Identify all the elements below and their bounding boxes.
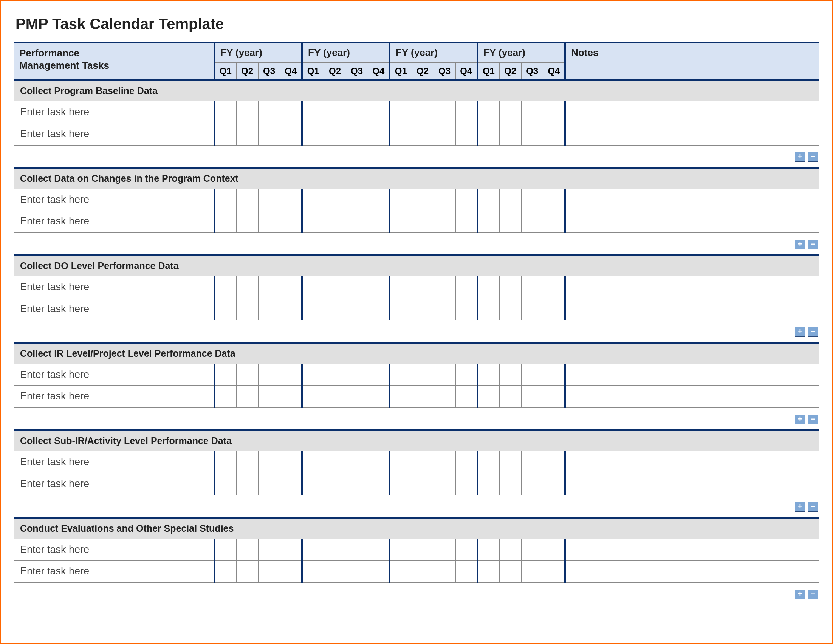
quarter-cell[interactable]: [434, 364, 455, 385]
quarter-cell[interactable]: [434, 538, 455, 560]
quarter-cell[interactable]: [368, 538, 390, 560]
quarter-cell[interactable]: [280, 473, 302, 495]
quarter-cell[interactable]: [214, 189, 236, 210]
quarter-cell[interactable]: [324, 538, 346, 560]
quarter-cell[interactable]: [214, 473, 236, 495]
quarter-cell[interactable]: [324, 385, 346, 408]
notes-cell[interactable]: [565, 276, 819, 298]
quarter-cell[interactable]: [412, 385, 434, 408]
quarter-cell[interactable]: [412, 364, 434, 385]
quarter-cell[interactable]: [478, 451, 499, 473]
quarter-cell[interactable]: [214, 364, 236, 385]
quarter-cell[interactable]: [434, 276, 455, 298]
quarter-cell[interactable]: [478, 210, 499, 233]
quarter-cell[interactable]: [390, 560, 412, 582]
quarter-cell[interactable]: [499, 298, 521, 320]
quarter-cell[interactable]: [302, 385, 324, 408]
quarter-cell[interactable]: [455, 189, 478, 210]
quarter-cell[interactable]: [280, 189, 302, 210]
remove-row-button[interactable]: −: [808, 239, 818, 249]
quarter-cell[interactable]: [499, 189, 521, 210]
quarter-cell[interactable]: [543, 560, 565, 582]
quarter-cell[interactable]: [478, 276, 499, 298]
notes-cell[interactable]: [565, 385, 819, 408]
quarter-cell[interactable]: [412, 189, 434, 210]
quarter-cell[interactable]: [324, 560, 346, 582]
quarter-cell[interactable]: [390, 101, 412, 123]
task-input[interactable]: Enter task here: [14, 385, 214, 408]
notes-cell[interactable]: [565, 560, 819, 582]
quarter-cell[interactable]: [455, 385, 478, 408]
add-row-button[interactable]: +: [795, 327, 806, 337]
quarter-cell[interactable]: [390, 451, 412, 473]
quarter-cell[interactable]: [214, 385, 236, 408]
quarter-cell[interactable]: [499, 451, 521, 473]
quarter-cell[interactable]: [346, 298, 368, 320]
quarter-cell[interactable]: [412, 473, 434, 495]
quarter-cell[interactable]: [434, 123, 455, 145]
quarter-cell[interactable]: [478, 364, 499, 385]
quarter-cell[interactable]: [214, 123, 236, 145]
quarter-cell[interactable]: [258, 189, 280, 210]
quarter-cell[interactable]: [390, 210, 412, 233]
notes-cell[interactable]: [565, 298, 819, 320]
quarter-cell[interactable]: [258, 364, 280, 385]
quarter-cell[interactable]: [412, 210, 434, 233]
quarter-cell[interactable]: [258, 210, 280, 233]
task-input[interactable]: Enter task here: [14, 364, 214, 385]
quarter-cell[interactable]: [258, 385, 280, 408]
quarter-cell[interactable]: [214, 298, 236, 320]
quarter-cell[interactable]: [368, 123, 390, 145]
quarter-cell[interactable]: [302, 473, 324, 495]
quarter-cell[interactable]: [412, 101, 434, 123]
quarter-cell[interactable]: [302, 451, 324, 473]
quarter-cell[interactable]: [499, 364, 521, 385]
quarter-cell[interactable]: [280, 123, 302, 145]
quarter-cell[interactable]: [324, 123, 346, 145]
quarter-cell[interactable]: [368, 298, 390, 320]
remove-row-button[interactable]: −: [808, 327, 818, 337]
quarter-cell[interactable]: [499, 101, 521, 123]
quarter-cell[interactable]: [280, 538, 302, 560]
quarter-cell[interactable]: [499, 210, 521, 233]
quarter-cell[interactable]: [324, 276, 346, 298]
quarter-cell[interactable]: [521, 385, 543, 408]
quarter-cell[interactable]: [280, 560, 302, 582]
quarter-cell[interactable]: [478, 101, 499, 123]
task-input[interactable]: Enter task here: [14, 189, 214, 210]
quarter-cell[interactable]: [258, 451, 280, 473]
task-input[interactable]: Enter task here: [14, 538, 214, 560]
quarter-cell[interactable]: [521, 123, 543, 145]
quarter-cell[interactable]: [236, 538, 258, 560]
quarter-cell[interactable]: [236, 101, 258, 123]
quarter-cell[interactable]: [521, 538, 543, 560]
quarter-cell[interactable]: [258, 298, 280, 320]
quarter-cell[interactable]: [455, 560, 478, 582]
quarter-cell[interactable]: [368, 451, 390, 473]
quarter-cell[interactable]: [236, 298, 258, 320]
quarter-cell[interactable]: [478, 123, 499, 145]
quarter-cell[interactable]: [302, 210, 324, 233]
quarter-cell[interactable]: [478, 538, 499, 560]
quarter-cell[interactable]: [302, 560, 324, 582]
quarter-cell[interactable]: [280, 276, 302, 298]
quarter-cell[interactable]: [324, 189, 346, 210]
quarter-cell[interactable]: [521, 560, 543, 582]
quarter-cell[interactable]: [434, 101, 455, 123]
quarter-cell[interactable]: [258, 276, 280, 298]
quarter-cell[interactable]: [368, 210, 390, 233]
notes-cell[interactable]: [565, 473, 819, 495]
quarter-cell[interactable]: [521, 210, 543, 233]
quarter-cell[interactable]: [346, 385, 368, 408]
quarter-cell[interactable]: [455, 364, 478, 385]
add-row-button[interactable]: +: [795, 152, 806, 162]
quarter-cell[interactable]: [412, 123, 434, 145]
quarter-cell[interactable]: [521, 101, 543, 123]
quarter-cell[interactable]: [543, 364, 565, 385]
quarter-cell[interactable]: [346, 276, 368, 298]
quarter-cell[interactable]: [499, 473, 521, 495]
quarter-cell[interactable]: [521, 298, 543, 320]
quarter-cell[interactable]: [368, 385, 390, 408]
quarter-cell[interactable]: [346, 123, 368, 145]
remove-row-button[interactable]: −: [808, 502, 818, 512]
